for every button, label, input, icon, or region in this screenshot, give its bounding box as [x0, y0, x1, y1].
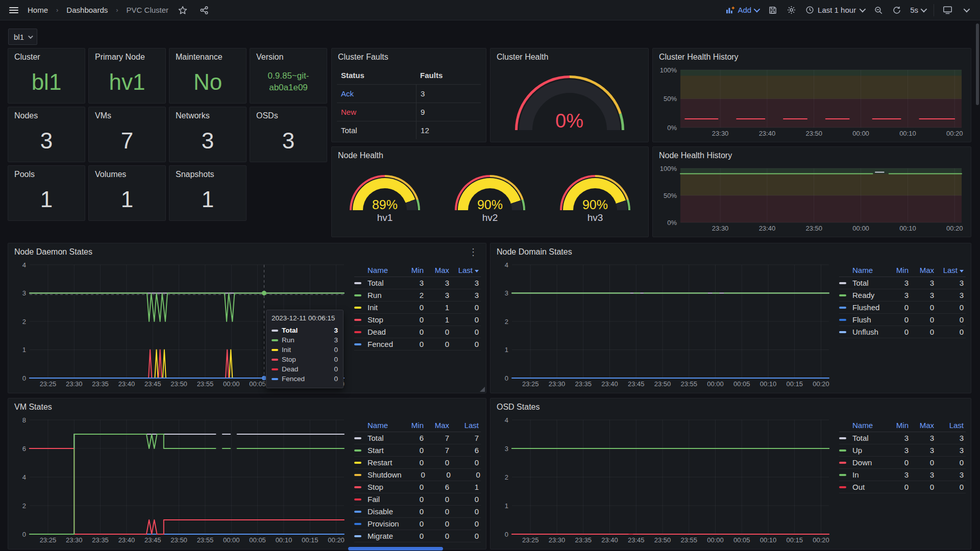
legend-row-out[interactable]: Out 0 0 0 — [839, 481, 966, 493]
tv-mode-icon[interactable] — [940, 3, 954, 17]
legend-header: Name Min Max Last — [354, 419, 481, 432]
legend-col-min[interactable]: Min — [885, 421, 911, 430]
legend-col-max[interactable]: Max — [911, 266, 936, 274]
refresh-icon[interactable] — [890, 3, 904, 17]
legend-row-fail[interactable]: Fail 0 0 0 — [354, 493, 481, 506]
legend-row-unflush[interactable]: Unflush 0 0 0 — [839, 326, 966, 338]
breadcrumb-current: PVC Cluster — [127, 6, 169, 14]
x-axis-label: 23:45 — [628, 536, 645, 544]
legend-row-stop[interactable]: Stop 0 6 1 — [354, 481, 481, 493]
column-header[interactable]: Faults — [416, 66, 481, 84]
chart-svg: 0246823:2523:3023:3523:4023:4523:5023:55… — [12, 416, 349, 546]
node-domain-states-chart[interactable]: 0123423:2523:3023:3523:4023:4523:5023:55… — [495, 261, 834, 390]
panel-resize-handle[interactable] — [480, 387, 485, 392]
legend-row-disable[interactable]: Disable 0 0 0 — [354, 506, 481, 518]
legend-col-min[interactable]: Min — [400, 266, 426, 274]
legend-col-name[interactable]: Name — [368, 421, 400, 430]
panel-menu-icon[interactable]: ⋮ — [467, 246, 480, 258]
cluster-health-gauge: 0% — [515, 76, 624, 130]
legend-horizontal-scrollbar-thumb[interactable] — [348, 547, 443, 550]
legend-col-last[interactable]: Last — [936, 266, 966, 274]
add-button[interactable]: Add — [723, 6, 762, 14]
legend-row-total[interactable]: Total 3 3 3 — [839, 432, 966, 444]
legend-row-total[interactable]: Total 6 7 7 — [354, 432, 481, 444]
legend-row-provision[interactable]: Provision 0 0 0 — [354, 518, 481, 530]
legend-row-up[interactable]: Up 3 3 3 — [839, 444, 966, 457]
fault-status-cell: Total — [337, 126, 416, 135]
legend-row-init[interactable]: Init 0 1 0 — [354, 302, 481, 314]
legend-col-last[interactable]: Last — [936, 421, 966, 430]
legend-row-shutdown[interactable]: Shutdown 0 0 0 — [354, 469, 481, 481]
breadcrumb-home[interactable]: Home — [28, 6, 48, 14]
x-axis-label: 00:20 — [946, 224, 963, 232]
legend-col-max[interactable]: Max — [426, 266, 451, 274]
zoom-out-icon[interactable] — [871, 3, 886, 17]
legend-row-run[interactable]: Run 2 3 3 — [354, 289, 481, 302]
stat-panel-version: Version 0.9.85~git-ab0a1e09 — [250, 48, 327, 104]
x-axis-label: 00:00 — [852, 130, 869, 137]
threshold-band — [680, 195, 962, 222]
variable-dropdown-cluster[interactable]: bl1 — [8, 29, 37, 45]
legend-row-ready[interactable]: Ready 3 3 3 — [839, 289, 966, 302]
legend-row-in[interactable]: In 3 3 3 — [839, 469, 966, 481]
x-axis-label: 23:25 — [522, 380, 539, 388]
top-nav: Home › Dashboards › PVC Cluster Add Last… — [0, 0, 980, 20]
osd-states-chart[interactable]: 0123423:2523:3023:3523:4023:4523:5023:55… — [495, 416, 834, 546]
legend-row-flushed[interactable]: Flushed 0 0 0 — [839, 302, 966, 314]
legend-header: Name Min Max Last — [354, 264, 481, 277]
x-axis-label: 23:30 — [66, 380, 83, 388]
chart-svg: 0123423:2523:3023:3523:4023:4523:5023:55… — [495, 261, 834, 390]
x-axis-label: 23:45 — [144, 536, 161, 544]
legend-col-name[interactable]: Name — [852, 266, 885, 274]
legend-row-fenced[interactable]: Fenced 0 0 0 — [354, 338, 481, 350]
x-axis-label: 23:40 — [118, 380, 135, 388]
legend-col-min[interactable]: Min — [400, 421, 426, 430]
node-daemon-states-legend: Name Min Max Last Total 3 3 3 Run 2 3 3 … — [349, 261, 482, 390]
series-color-swatch — [354, 331, 361, 333]
gear-icon[interactable] — [784, 3, 798, 17]
star-icon[interactable] — [176, 3, 190, 17]
fault-status-cell[interactable]: Ack — [337, 89, 416, 98]
fault-status-cell[interactable]: New — [337, 108, 416, 116]
legend-col-last[interactable]: Last — [451, 266, 481, 274]
legend-row-down[interactable]: Down 0 0 0 — [839, 457, 966, 469]
y-axis-label: 3 — [505, 445, 508, 453]
panel-title: Node Daemon States — [14, 247, 92, 257]
legend-col-last[interactable]: Last — [451, 421, 481, 430]
node-health-history-chart[interactable]: 0%50%100%23:3023:4023:5000:0000:1000:20 — [657, 164, 967, 235]
stats-grid: Cluster bl1Primary Node hv1Maintenance N… — [8, 48, 328, 221]
save-icon[interactable] — [766, 3, 780, 17]
chevron-down-icon[interactable] — [959, 3, 973, 17]
stat-value: bl1 — [8, 64, 85, 100]
legend-row-total[interactable]: Total 3 3 3 — [839, 277, 966, 289]
legend-col-name[interactable]: Name — [852, 421, 885, 430]
series-color-swatch — [354, 498, 361, 500]
legend-row-total[interactable]: Total 3 3 3 — [354, 277, 481, 289]
share-icon[interactable] — [197, 3, 211, 17]
legend-row-start[interactable]: Start 0 7 6 — [354, 444, 481, 457]
legend-col-min[interactable]: Min — [885, 266, 911, 274]
refresh-interval-picker[interactable]: 5s — [908, 6, 927, 14]
x-axis-label: 23:25 — [40, 536, 57, 544]
legend-row-stop[interactable]: Stop 0 1 0 — [354, 314, 481, 326]
legend-row-restart[interactable]: Restart 0 0 0 — [354, 457, 481, 469]
legend-col-name[interactable]: Name — [368, 266, 400, 274]
tooltip-row-fenced: Fenced0 — [272, 374, 338, 384]
legend-row-dead[interactable]: Dead 0 0 0 — [354, 326, 481, 338]
vm-states-chart[interactable]: 0246823:2523:3023:3523:4023:4523:5023:55… — [12, 416, 349, 546]
legend-col-max[interactable]: Max — [426, 421, 451, 430]
column-header[interactable]: Status — [337, 71, 416, 80]
panel-node-daemon-states: Node Daemon States ⋮ 0123423:2523:3023:3… — [8, 243, 486, 393]
legend-row-migrate[interactable]: Migrate 0 0 0 — [354, 530, 481, 542]
legend-col-max[interactable]: Max — [911, 421, 936, 430]
panel-cluster-health: Cluster Health 0% — [490, 48, 649, 142]
time-range-picker[interactable]: Last 1 hour — [802, 6, 867, 14]
cluster-health-history-chart[interactable]: 0%50%100%23:3023:4023:5000:0000:1000:20 — [657, 66, 967, 140]
threshold-band — [680, 76, 962, 98]
legend-row-flush[interactable]: Flush 0 0 0 — [839, 314, 966, 326]
vertical-scrollbar-thumb[interactable] — [976, 23, 979, 105]
x-axis-label: 23:35 — [575, 380, 592, 388]
breadcrumb-dashboards[interactable]: Dashboards — [66, 6, 108, 14]
menu-icon[interactable] — [7, 5, 20, 15]
gauge-value-text: 90% — [455, 197, 525, 210]
